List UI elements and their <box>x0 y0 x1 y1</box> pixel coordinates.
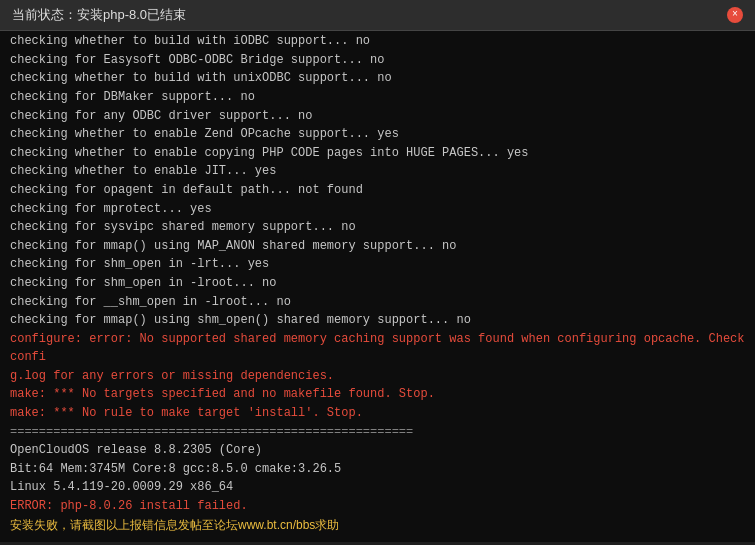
terminal-line: checking for shm_open in -lrt... yes <box>10 255 745 274</box>
terminal-line: make: *** No targets specified and no ma… <box>10 385 745 404</box>
terminal-line: 安装失败，请截图以上报错信息发帖至论坛www.bt.cn/bbs求助 <box>10 516 745 535</box>
terminal-line: make: *** No rule to make target 'instal… <box>10 404 745 423</box>
terminal-line: ========================================… <box>10 423 745 442</box>
title-bar: 当前状态：安装php-8.0已结束 × <box>0 0 755 31</box>
terminal-line: checking for opagent in default path... … <box>10 181 745 200</box>
terminal-line: ERROR: php-8.0.26 install failed. <box>10 497 745 516</box>
terminal-line: checking for mmap() using shm_open() sha… <box>10 311 745 330</box>
terminal-line: checking whether to build with unixODBC … <box>10 69 745 88</box>
terminal-line: Bit:64 Mem:3745M Core:8 gcc:8.5.0 cmake:… <box>10 460 745 479</box>
terminal-line: checking for __shm_open in -lroot... no <box>10 293 745 312</box>
terminal-output: checking for a custom ODBC support... no… <box>0 31 755 542</box>
terminal-line: checking for mprotect... yes <box>10 200 745 219</box>
terminal-line: checking whether to enable copying PHP C… <box>10 144 745 163</box>
terminal-line: checking for any ODBC driver support... … <box>10 107 745 126</box>
terminal-line: checking for Easysoft ODBC-ODBC Bridge s… <box>10 51 745 70</box>
terminal-line: checking whether to enable JIT... yes <box>10 162 745 181</box>
title-bar-status: 当前状态：安装php-8.0已结束 <box>12 6 186 24</box>
close-icon: × <box>732 10 738 20</box>
terminal-line: OpenCloudOS release 8.8.2305 (Core) <box>10 441 745 460</box>
close-button[interactable]: × <box>727 7 743 23</box>
terminal-line: checking for sysvipc shared memory suppo… <box>10 218 745 237</box>
terminal-line: checking whether to enable Zend OPcache … <box>10 125 745 144</box>
terminal-line: checking for DBMaker support... no <box>10 88 745 107</box>
terminal-line: checking for shm_open in -lroot... no <box>10 274 745 293</box>
terminal-line: configure: error: No supported shared me… <box>10 330 745 367</box>
terminal-line: checking whether to build with iODBC sup… <box>10 32 745 51</box>
terminal-line: checking for mmap() using MAP_ANON share… <box>10 237 745 256</box>
terminal-line: Linux 5.4.119-20.0009.29 x86_64 <box>10 478 745 497</box>
terminal-line: g.log for any errors or missing dependen… <box>10 367 745 386</box>
